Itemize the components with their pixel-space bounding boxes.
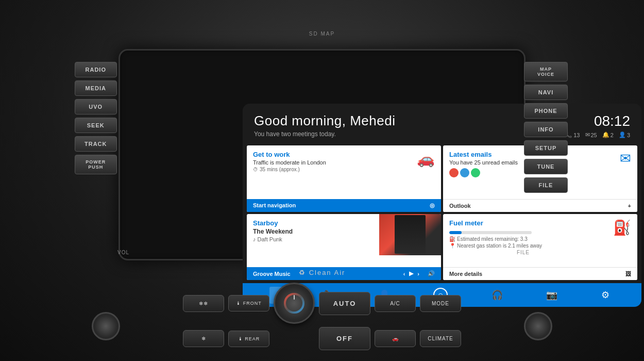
temp-dial[interactable] [274,283,315,324]
file-label: FILE [517,250,530,255]
bell-icon: 🔔 [602,132,609,138]
nav-car-icon: 🚗 [417,151,435,168]
nav-card-top: Get to work Traffic is moderate in Londo… [247,145,441,199]
map-voice-button[interactable]: MAPVOICE [524,62,568,81]
top-vent-label: SD MAP [309,31,335,37]
messages-status: ✉ 25 [585,132,597,138]
radio-button[interactable]: RADIO [75,62,117,77]
music-artist: The Weekend [253,228,293,235]
nav-card-subtitle: Traffic is moderate in London [253,159,326,166]
email-avatars [449,168,518,177]
person-icon: 👤 [619,132,626,138]
start-navigation-button[interactable]: Start navigation ◎ [247,199,441,212]
climate-button[interactable]: CLIMATE [420,330,461,347]
message-icon: ✉ [585,132,590,138]
fuel-detail-1: ⛽ Estimated miles remaining: 3.3 [449,236,542,242]
track-button[interactable]: TRACK [75,136,117,152]
email-icon: ✉ [620,151,631,167]
clean-air-label: ♻ Clean Air [299,269,346,276]
info-button[interactable]: INFO [524,122,568,137]
avatar-2 [460,168,469,177]
outlook-button[interactable]: Outlook + [443,199,637,212]
mode-button[interactable]: MODE [420,295,461,312]
email-card-title: Latest emails [449,151,518,158]
auto-button[interactable]: AUTO [319,292,370,315]
album-art [379,214,441,255]
controls-row-1: ❄❄ 🌡 FRONT AUTO A/C MODE [121,283,523,324]
off-button[interactable]: OFF [319,327,370,350]
right-button-panel: MAPVOICE NAVI PHONE INFO SETUP TUNE FILE [524,62,568,193]
screen-header: Good morning, Mehedi You have two meetin… [243,104,641,143]
fuel-card-info: Fuel meter ⛽ Estimated miles remaining: … [449,219,542,249]
left-button-panel: RADIO MEDIA UVO SEEK TRACK POWERPUSH [75,62,117,174]
email-card-subtitle: You have 25 unread emails [449,159,518,166]
fuel-progress-bar [449,231,532,234]
fan-high-button[interactable]: ❄❄ [183,295,224,312]
power-button[interactable]: POWERPUSH [75,155,117,174]
heat-rear-button[interactable]: 🌡 REAR [228,331,269,347]
dashboard: SD MAP RADIO MEDIA UVO SEEK TRACK POWERP… [0,0,644,361]
music-note-icon: ♪ [253,236,258,242]
tune-button[interactable]: TUNE [524,159,568,174]
heat-front-button[interactable]: 🌡 FRONT [228,295,269,311]
navi-button[interactable]: NAVI [524,85,568,100]
screen-bezel: Good morning, Mehedi You have two meetin… [118,49,526,260]
greeting-title: Good morning, Mehedi [254,113,395,129]
seek-button[interactable]: SEEK [75,118,117,133]
avatar-1 [449,168,459,177]
bottom-controls: ♻ Clean Air ❄❄ 🌡 FRONT [0,258,644,361]
music-card-info: Starboy The Weekend ♪ Daft Punk [253,219,293,242]
fuel-detail-icon-2: 📍 [449,243,455,249]
vol-label: VOL [117,250,129,255]
notification-status: 🔔 2 [602,132,614,138]
navigation-card[interactable]: Get to work Traffic is moderate in Londo… [247,145,441,212]
recirc-button[interactable]: 🚗 [375,330,416,347]
album-figure [395,215,426,254]
clock-icon: ⏱ [253,167,258,172]
music-card-title: Starboy [253,219,293,227]
controls-row-2: ❄ 🌡 REAR OFF 🚗 CLIMATE [121,327,523,350]
contact-status: 👤 3 [619,132,630,138]
uvo-button[interactable]: UVO [75,99,117,114]
nav-card-time: ⏱ 35 mins (approx.) [253,167,326,172]
fuel-detail-icon-1: ⛽ [449,236,455,242]
add-icon: + [628,203,631,209]
avatar-3 [471,168,480,177]
clean-air-icon: ♻ [299,269,306,276]
file-button[interactable]: FILE [524,177,568,193]
music-feat: ♪ Daft Punk [253,236,293,242]
phone-button[interactable]: PHONE [524,103,568,119]
email-card-info: Latest emails You have 25 unread emails [449,151,518,177]
time-display: 08:12 [594,113,630,129]
media-button[interactable]: MEDIA [75,80,117,96]
setup-button[interactable]: SETUP [524,140,568,156]
nav-card-title: Get to work [253,151,326,158]
fuel-progress-fill [449,231,462,234]
ac-button[interactable]: A/C [375,295,416,312]
greeting-section: Good morning, Mehedi You have two meetin… [254,113,395,138]
nav-arrow-icon: ◎ [430,202,435,209]
nav-card-info: Get to work Traffic is moderate in Londo… [253,151,326,172]
fuel-card-title: Fuel meter [449,219,542,227]
fuel-detail-2: 📍 Nearest gas station is 2.1 miles away [449,243,542,249]
fan-low-button[interactable]: ❄ [183,330,224,347]
fuel-icon: ⛽ [613,219,631,236]
greeting-subtitle: You have two meetings today. [254,130,395,138]
